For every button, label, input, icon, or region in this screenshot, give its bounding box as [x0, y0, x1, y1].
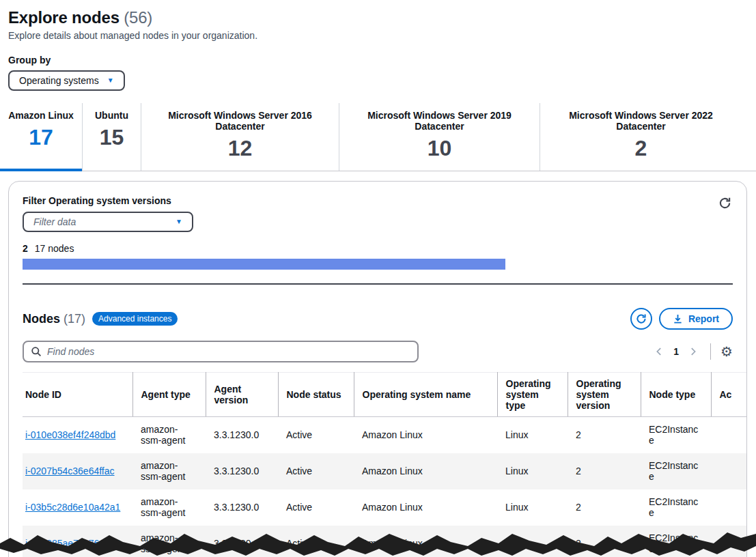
- table-cell: Active: [278, 417, 354, 453]
- refresh-icon: [636, 313, 647, 324]
- table-cell: Active: [278, 453, 354, 489]
- column-header-node-id: Node ID: [23, 373, 132, 417]
- tab-count: 2: [544, 136, 738, 161]
- table-cell: Amazon Linux: [354, 489, 497, 526]
- node-id-link[interactable]: i-03b985ae75c76da56: [25, 538, 120, 549]
- chevron-down-icon: ▼: [107, 77, 114, 84]
- table-cell: amazon-ssm-agent: [132, 453, 206, 489]
- node-id-link[interactable]: i-03b5c28d6e10a42a1: [25, 502, 120, 513]
- tab-label: Microsoft Windows Server 2016 Datacenter: [145, 110, 335, 132]
- table-cell: EC2Instance: [641, 417, 711, 453]
- column-header-operating-system-name: Operating system name: [354, 373, 497, 417]
- table-cell: Active: [278, 489, 354, 526]
- tab-label: Microsoft Windows Server 2019 Datacenter: [344, 110, 535, 132]
- page-title-text: Explore nodes: [8, 8, 120, 27]
- os-tab-ubuntu[interactable]: Ubuntu15: [83, 103, 141, 171]
- node-id-link[interactable]: i-0207b54c36e64ffac: [25, 466, 115, 476]
- table-row: i-0207b54c36e64ffacamazon-ssm-agent3.3.1…: [23, 453, 747, 489]
- table-cell: Active: [278, 526, 354, 557]
- group-by-select[interactable]: Operating systems ▼: [8, 70, 125, 91]
- table-cell: 2: [568, 489, 641, 526]
- table-cell: 3.3.1230.0: [206, 417, 278, 453]
- tab-count: 12: [145, 136, 335, 161]
- tab-count: 10: [344, 136, 535, 161]
- search-icon: [31, 346, 42, 357]
- explore-nodes-page: Explore nodes (56) Explore details about…: [0, 0, 756, 557]
- table-cell: 3.3.1230.0: [206, 526, 278, 557]
- tab-label: Microsoft Windows Server 2022 Datacenter: [544, 110, 738, 132]
- table-row: i-03b5c28d6e10a42a1amazon-ssm-agent3.3.1…: [23, 489, 747, 526]
- table-row: i-03b985ae75c76da56amazon-ssm-agent3.3.1…: [23, 526, 747, 557]
- chevron-right-icon: [688, 347, 698, 356]
- node-id-cell: i-010e038ef4f248dbd: [23, 417, 132, 453]
- filter-placeholder: Filter data: [33, 216, 76, 227]
- refresh-button[interactable]: [630, 308, 652, 330]
- table-cell: Linux: [497, 526, 568, 557]
- column-header-ac: Ac: [711, 373, 747, 417]
- filter-label: Filter Operating system versions: [23, 195, 733, 206]
- nodes-title: Nodes (17): [23, 312, 85, 326]
- page-subtitle: Explore details about managed nodes in y…: [8, 30, 756, 41]
- page-title: Explore nodes (56): [8, 8, 756, 27]
- page-title-count: (56): [124, 8, 152, 27]
- table-row: i-010e038ef4f248dbdamazon-ssm-agent3.3.1…: [23, 417, 747, 453]
- table-cell: Linux: [497, 417, 568, 453]
- search-input[interactable]: [47, 346, 410, 357]
- table-cell: EC2Instance: [641, 526, 711, 557]
- search-box[interactable]: [23, 341, 419, 362]
- nodes-count: (17): [64, 312, 85, 326]
- page-header: Explore nodes (56) Explore details about…: [0, 0, 756, 41]
- table-cell: [711, 453, 747, 489]
- table-cell: 3.3.1230.0: [206, 453, 278, 489]
- tab-label: Amazon Linux: [4, 110, 78, 121]
- node-id-cell: i-03b985ae75c76da56: [23, 526, 132, 557]
- settings-gear-icon[interactable]: ⚙: [720, 345, 733, 358]
- chevron-down-icon: ▼: [176, 218, 182, 225]
- table-body: i-010e038ef4f248dbdamazon-ssm-agent3.3.1…: [23, 417, 747, 557]
- pagination: 1 ⚙: [652, 343, 733, 360]
- table-cell: Amazon Linux: [354, 453, 497, 489]
- table-cell: amazon-ssm-agent: [132, 526, 206, 557]
- table-header: Node IDAgent typeAgent versionNode statu…: [23, 373, 747, 417]
- chart-bar[interactable]: [23, 259, 505, 270]
- table-cell: Linux: [497, 489, 568, 526]
- table-cell: EC2Instance: [641, 453, 711, 489]
- nodes-table: Node IDAgent typeAgent versionNode statu…: [23, 372, 747, 557]
- node-id-link[interactable]: i-010e038ef4f248dbd: [25, 429, 115, 440]
- column-header-agent-version: Agent version: [206, 373, 278, 417]
- next-page-button[interactable]: [686, 344, 701, 359]
- toolbar-divider: [710, 343, 711, 360]
- chart-value-label: 17 nodes: [35, 243, 74, 254]
- node-id-cell: i-03b5c28d6e10a42a1: [23, 489, 132, 526]
- os-tab-microsoft-windows-server-2022-datacenter[interactable]: Microsoft Windows Server 2022 Datacenter…: [540, 103, 742, 171]
- os-tab-amazon-linux[interactable]: Amazon Linux17: [0, 103, 83, 171]
- current-page[interactable]: 1: [669, 346, 683, 357]
- chart-labels: 217 nodes: [23, 243, 733, 254]
- os-tab-microsoft-windows-server-2016-datacenter[interactable]: Microsoft Windows Server 2016 Datacenter…: [141, 103, 339, 171]
- os-version-bar-chart: 217 nodes: [23, 243, 733, 285]
- table-cell: amazon-ssm-agent: [132, 489, 206, 526]
- report-button[interactable]: Report: [659, 308, 733, 330]
- panel-refresh-icon[interactable]: [718, 197, 731, 212]
- column-header-operating-system-version: Operating system version: [568, 373, 641, 417]
- chevron-left-icon: [654, 347, 664, 356]
- node-id-cell: i-0207b54c36e64ffac: [23, 453, 132, 489]
- tab-label: Ubuntu: [87, 110, 137, 121]
- table-cell: 2: [568, 417, 641, 453]
- tab-count: 15: [87, 125, 137, 150]
- nodes-header: Nodes (17) Advanced instances Report: [23, 308, 733, 330]
- group-by-value: Operating systems: [19, 75, 99, 86]
- group-by-label: Group by: [8, 55, 756, 66]
- table-cell: amazon-ssm-agent: [132, 417, 206, 453]
- table-cell: Amazon Linux: [354, 526, 497, 557]
- table-cell: [711, 417, 747, 453]
- table-cell: [711, 526, 747, 557]
- chart-category-label: 2: [23, 243, 28, 254]
- column-header-agent-type: Agent type: [132, 373, 206, 417]
- table-cell: 3.3.1230.0: [206, 489, 278, 526]
- filter-data-select[interactable]: Filter data ▼: [23, 212, 193, 232]
- advanced-instances-badge: Advanced instances: [92, 312, 178, 326]
- table-cell: [711, 489, 747, 526]
- os-tab-microsoft-windows-server-2019-datacenter[interactable]: Microsoft Windows Server 2019 Datacenter…: [339, 103, 540, 171]
- prev-page-button[interactable]: [652, 344, 667, 359]
